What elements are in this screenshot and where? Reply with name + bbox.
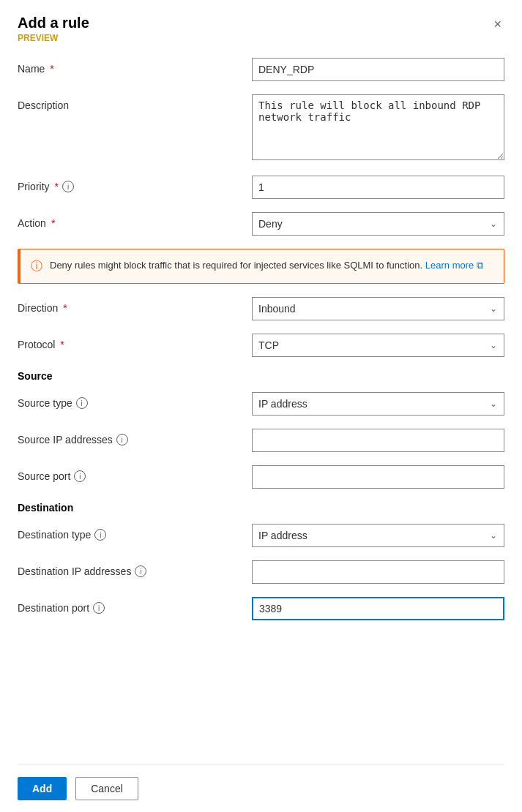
priority-info-icon[interactable]: i bbox=[62, 181, 74, 192]
destination-port-control bbox=[252, 597, 504, 620]
destination-port-label: Destination port i bbox=[18, 597, 252, 614]
priority-control bbox=[252, 176, 504, 199]
source-ip-row: Source IP addresses i bbox=[18, 429, 504, 452]
source-port-input[interactable] bbox=[252, 465, 504, 489]
action-select[interactable]: Allow Deny bbox=[252, 212, 504, 236]
banner-text: Deny rules might block traffic that is r… bbox=[50, 258, 483, 273]
deny-info-banner: ⓘ Deny rules might block traffic that is… bbox=[18, 249, 504, 284]
description-control: This rule will block all inbound RDP net… bbox=[252, 94, 504, 162]
destination-port-input[interactable] bbox=[252, 597, 504, 620]
form-body: Name* Description This rule will block a… bbox=[18, 46, 504, 764]
source-type-select[interactable]: IP address Service tag Application secur… bbox=[252, 392, 504, 416]
add-button[interactable]: Add bbox=[18, 777, 67, 800]
direction-label: Direction* bbox=[18, 297, 252, 314]
source-type-label: Source type i bbox=[18, 392, 252, 409]
dialog-footer: Add Cancel bbox=[18, 764, 504, 812]
destination-port-info-icon[interactable]: i bbox=[93, 602, 105, 614]
close-button[interactable]: × bbox=[491, 15, 504, 34]
protocol-select[interactable]: Any TCP UDP ICMP bbox=[252, 334, 504, 357]
destination-ip-row: Destination IP addresses i bbox=[18, 560, 504, 584]
destination-heading: Destination bbox=[18, 502, 504, 514]
destination-type-row: Destination type i IP address Service ta… bbox=[18, 524, 504, 547]
name-input[interactable] bbox=[252, 58, 504, 81]
description-row: Description This rule will block all inb… bbox=[18, 94, 504, 162]
destination-ip-label: Destination IP addresses i bbox=[18, 560, 252, 577]
destination-ip-input[interactable] bbox=[252, 560, 504, 584]
priority-row: Priority* i bbox=[18, 176, 504, 199]
source-port-info-icon[interactable]: i bbox=[74, 470, 86, 482]
header-left: Add a rule PREVIEW bbox=[18, 15, 89, 43]
source-port-row: Source port i bbox=[18, 465, 504, 489]
destination-ip-info-icon[interactable]: i bbox=[135, 565, 146, 577]
source-port-label: Source port i bbox=[18, 465, 252, 482]
direction-select[interactable]: Inbound Outbound bbox=[252, 297, 504, 320]
name-row: Name* bbox=[18, 58, 504, 81]
direction-control: Inbound Outbound ⌄ bbox=[252, 297, 504, 320]
direction-select-wrapper: Inbound Outbound ⌄ bbox=[252, 297, 504, 320]
source-port-control bbox=[252, 465, 504, 489]
action-control: Allow Deny ⌄ bbox=[252, 212, 504, 236]
source-ip-info-icon[interactable]: i bbox=[116, 434, 128, 446]
protocol-label: Protocol* bbox=[18, 334, 252, 350]
source-ip-input[interactable] bbox=[252, 429, 504, 452]
description-input[interactable]: This rule will block all inbound RDP net… bbox=[252, 94, 504, 160]
dialog-title: Add a rule bbox=[18, 15, 89, 31]
destination-type-info-icon[interactable]: i bbox=[94, 529, 106, 541]
destination-type-select-wrapper: IP address Service tag Application secur… bbox=[252, 524, 504, 547]
source-type-info-icon[interactable]: i bbox=[76, 397, 88, 409]
protocol-row: Protocol* Any TCP UDP ICMP ⌄ bbox=[18, 334, 504, 357]
protocol-control: Any TCP UDP ICMP ⌄ bbox=[252, 334, 504, 357]
action-select-wrapper: Allow Deny ⌄ bbox=[252, 212, 504, 236]
learn-more-link[interactable]: Learn more ⧉ bbox=[425, 260, 483, 271]
destination-type-label: Destination type i bbox=[18, 524, 252, 541]
destination-ip-control bbox=[252, 560, 504, 584]
name-label: Name* bbox=[18, 58, 252, 75]
dialog-header: Add a rule PREVIEW × bbox=[18, 15, 504, 43]
priority-input[interactable] bbox=[252, 176, 504, 199]
cancel-button[interactable]: Cancel bbox=[75, 777, 138, 800]
add-rule-dialog: Add a rule PREVIEW × Name* Description T… bbox=[0, 0, 522, 812]
destination-type-select[interactable]: IP address Service tag Application secur… bbox=[252, 524, 504, 547]
name-control bbox=[252, 58, 504, 81]
source-ip-control bbox=[252, 429, 504, 452]
source-ip-label: Source IP addresses i bbox=[18, 429, 252, 446]
source-heading: Source bbox=[18, 370, 504, 382]
protocol-select-wrapper: Any TCP UDP ICMP ⌄ bbox=[252, 334, 504, 357]
priority-label: Priority* i bbox=[18, 176, 252, 192]
action-row: Action* Allow Deny ⌄ bbox=[18, 212, 504, 236]
source-type-row: Source type i IP address Service tag App… bbox=[18, 392, 504, 416]
source-type-control: IP address Service tag Application secur… bbox=[252, 392, 504, 416]
direction-row: Direction* Inbound Outbound ⌄ bbox=[18, 297, 504, 320]
description-label: Description bbox=[18, 94, 252, 111]
destination-type-control: IP address Service tag Application secur… bbox=[252, 524, 504, 547]
destination-port-row: Destination port i bbox=[18, 597, 504, 620]
preview-badge: PREVIEW bbox=[18, 33, 89, 43]
banner-info-icon: ⓘ bbox=[31, 259, 42, 274]
source-type-select-wrapper: IP address Service tag Application secur… bbox=[252, 392, 504, 416]
action-label: Action* bbox=[18, 212, 252, 229]
